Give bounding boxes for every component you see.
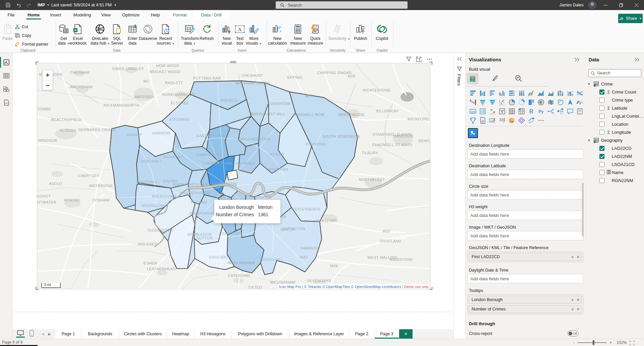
format-visual-tab[interactable] bbox=[490, 73, 502, 84]
field-checkbox[interactable] bbox=[599, 122, 604, 127]
visual-type-matrix[interactable] bbox=[517, 107, 526, 116]
expand-pane-icon[interactable] bbox=[457, 57, 462, 61]
next-page-arrow[interactable]: ▶ bbox=[48, 332, 51, 336]
visual-type-powerapps[interactable]: 123 bbox=[487, 116, 497, 125]
tab-modeling[interactable]: Modeling bbox=[71, 10, 93, 19]
visual-type-treemap[interactable] bbox=[526, 98, 536, 107]
visual-type-funnel2[interactable] bbox=[478, 98, 487, 107]
share-button[interactable]: Share ▼ bbox=[618, 14, 643, 23]
redo-icon[interactable] bbox=[26, 2, 32, 8]
pill-chevron-icon[interactable]: ∨ bbox=[571, 307, 574, 311]
close-button[interactable] bbox=[629, 0, 644, 10]
field-lsoa21cd[interactable]: LSOA21CD bbox=[585, 160, 644, 168]
vis-pane-scrollbar[interactable] bbox=[582, 183, 584, 236]
tab-insert[interactable]: Insert bbox=[48, 10, 64, 19]
visual-type-donut[interactable] bbox=[517, 98, 526, 107]
zoom-out-status[interactable]: - bbox=[573, 340, 575, 345]
visual-type-narrative[interactable] bbox=[575, 107, 585, 116]
ribbon-button-excel-workbook[interactable]: Excelworkbook bbox=[68, 21, 87, 46]
well-h3-weight[interactable]: Add data fields here bbox=[467, 211, 583, 220]
london-borough-map[interactable]: MISSENDENCHESHAMKINGS LANGLEYHOW WOODBRI… bbox=[37, 63, 430, 289]
user-name[interactable]: James Dales bbox=[559, 0, 584, 10]
undo-icon[interactable] bbox=[16, 2, 21, 8]
well-image-wkt-geojson[interactable]: Add data fields here bbox=[467, 231, 583, 240]
well-destination-longitude[interactable]: Add data fields here bbox=[467, 149, 583, 159]
field-crime-type[interactable]: Crime type bbox=[585, 96, 644, 104]
page-tab-page-1[interactable]: Page 1 bbox=[55, 329, 82, 339]
visual-type-waterfall[interactable] bbox=[468, 98, 478, 107]
field-pill-first-lad22cd[interactable]: First LAD22CD∨✕ bbox=[469, 253, 582, 261]
visual-type-powerautomate[interactable] bbox=[497, 116, 507, 125]
data-search-input[interactable]: Search bbox=[588, 69, 641, 77]
page-tab-page-2[interactable]: Page 2 bbox=[349, 329, 375, 339]
sidebar-report-view[interactable] bbox=[0, 56, 13, 68]
ribbon-button-copy[interactable]: Copy bbox=[15, 33, 31, 38]
avatar[interactable] bbox=[588, 1, 596, 9]
tab-help[interactable]: Help bbox=[149, 10, 162, 19]
focus-mode-icon[interactable] bbox=[416, 56, 422, 62]
field-pill-london-borough[interactable]: London Borough∨✕ bbox=[469, 296, 582, 304]
collapse-vis-pane-icon[interactable] bbox=[575, 58, 579, 62]
field-checkbox[interactable] bbox=[599, 90, 604, 95]
ribbon-button-new-calculation[interactable]: xNewcalculation bbox=[268, 21, 287, 46]
visual-type-stacked-bar[interactable] bbox=[468, 89, 478, 98]
page-tab-heatmap[interactable]: Heatmap bbox=[167, 329, 195, 339]
field-checkbox[interactable] bbox=[599, 106, 604, 111]
visual-type-clustered-column[interactable] bbox=[497, 89, 507, 98]
field-checkbox[interactable] bbox=[599, 98, 604, 103]
pill-chevron-icon[interactable]: ∨ bbox=[571, 298, 574, 302]
tab-file[interactable]: File bbox=[4, 10, 18, 19]
visual-type-slicer[interactable] bbox=[497, 107, 507, 116]
maximize-button[interactable] bbox=[613, 0, 629, 10]
prev-page-arrow[interactable]: ◀ bbox=[41, 332, 44, 336]
table-geography[interactable]: ▼Geography bbox=[585, 136, 644, 144]
visual-type-kpi[interactable] bbox=[487, 107, 497, 116]
field-pill-number-of-crimes[interactable]: Number of Crimes∨✕ bbox=[469, 305, 582, 313]
zoom-percent[interactable]: 102% bbox=[616, 340, 627, 345]
visual-type-stacked-area[interactable] bbox=[546, 89, 555, 98]
pill-chevron-icon[interactable]: ∨ bbox=[571, 255, 574, 259]
ribbon-button-format-painter[interactable]: Format painter bbox=[15, 42, 48, 47]
ribbon-button-transform-data[interactable]: Transformdata ▼ bbox=[180, 21, 199, 46]
field-checkbox[interactable] bbox=[599, 146, 604, 151]
visual-type-clustered-bar[interactable] bbox=[487, 89, 497, 98]
ribbon-button-copilot[interactable]: Copilot bbox=[373, 21, 391, 41]
more-options-icon[interactable] bbox=[427, 56, 432, 62]
ribbon-button-sensitivity[interactable]: Sensitivity ▼ bbox=[328, 21, 347, 42]
field-location[interactable]: Location bbox=[585, 120, 644, 128]
visual-type-r-script[interactable]: R bbox=[526, 107, 536, 116]
field-checkbox[interactable] bbox=[599, 114, 604, 119]
visual-type-line-stacked-column[interactable] bbox=[555, 89, 565, 98]
visual-type-arcgis[interactable] bbox=[507, 116, 517, 125]
visual-type-shape-map[interactable] bbox=[555, 98, 565, 107]
visual-type-100-stacked-bar[interactable] bbox=[507, 89, 517, 98]
tab-view[interactable]: View bbox=[99, 10, 113, 19]
visual-type-pbi-diamond[interactable] bbox=[517, 116, 526, 125]
borough-city-of-london[interactable] bbox=[227, 170, 238, 180]
zoom-slider[interactable] bbox=[577, 342, 607, 343]
build-visual-tab[interactable] bbox=[467, 73, 479, 84]
visual-type-area[interactable] bbox=[536, 89, 546, 98]
visual-type-card[interactable]: 123 bbox=[468, 107, 478, 116]
field-lnglat-combin-[interactable]: LngLat Combin... bbox=[585, 112, 644, 120]
sidebar-dax-query-view[interactable]: DAX bbox=[0, 97, 13, 109]
well-circle-size[interactable]: Add data fields here bbox=[467, 190, 583, 199]
visual-type-pie[interactable] bbox=[507, 98, 517, 107]
table-crime[interactable]: ▼Crime bbox=[585, 80, 644, 88]
field-crime-count[interactable]: ΣCrime Count bbox=[585, 88, 644, 96]
pill-remove-icon[interactable]: ✕ bbox=[577, 255, 580, 259]
icon-map-pro-visual[interactable] bbox=[468, 128, 478, 138]
analytics-tab[interactable] bbox=[513, 73, 525, 84]
ribbon-button-quick-measure[interactable]: Quickmeasure bbox=[306, 21, 325, 46]
ribbon-button-dataverse[interactable]: Dataverse bbox=[139, 21, 157, 41]
field-checkbox[interactable] bbox=[599, 154, 604, 159]
well-destination-latitude[interactable]: Add data fields here bbox=[467, 170, 583, 179]
fit-to-page-icon[interactable] bbox=[630, 341, 635, 345]
visual-type-key-influencers[interactable] bbox=[546, 107, 555, 116]
visual-type-python[interactable]: Py bbox=[536, 107, 546, 116]
ribbon-button-more-visuals[interactable]: Morevisuals ▼ bbox=[245, 21, 263, 46]
ribbon-button-cut[interactable]: Cut bbox=[15, 24, 28, 29]
resize-handle[interactable] bbox=[429, 62, 432, 65]
sidebar-model-view[interactable] bbox=[0, 83, 13, 95]
visual-type-gauge[interactable] bbox=[575, 98, 585, 107]
